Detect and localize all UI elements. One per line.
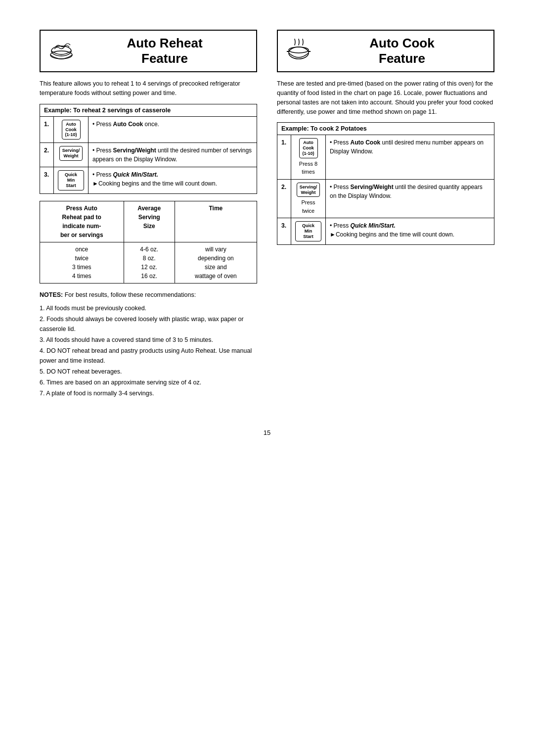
cook-step-3: 3. Quick MinStart • Press Quick Min/Star…	[277, 218, 494, 244]
note-3: 3. All foods should have a covered stand…	[40, 335, 257, 345]
data-servings: oncetwice3 times4 times	[40, 242, 124, 283]
cook-step-2: 2. Serving/Weight Press twice • Press Se…	[277, 179, 494, 218]
step2-num: 2.	[40, 143, 54, 167]
step3-num: 3.	[40, 167, 54, 193]
reheat-data-table: Press AutoReheat pad toindicate num-ber …	[40, 201, 257, 284]
step2-instruction: • Press Serving/Weight until the desired…	[89, 143, 257, 167]
data-col2-header: AverageServingSize	[124, 201, 175, 242]
cook-step2-sublabel: Press twice	[295, 198, 321, 215]
reheat-step-2: 2. Serving/Weight • Press Serving/Weight…	[40, 143, 257, 167]
auto-reheat-title: Auto Reheat Feature	[81, 36, 248, 66]
reheat-example-header: Example: To reheat 2 servings of cassero…	[40, 104, 257, 116]
step1-num: 1.	[40, 116, 54, 142]
cook-step1-num: 1.	[277, 135, 291, 179]
cook-intro: These are tested and pre-timed (based on…	[277, 79, 494, 116]
cook-step2-num: 2.	[277, 179, 291, 218]
cook-steam-icon	[286, 38, 312, 64]
cook-step3-instruction: • Press Quick Min/Start.►Cooking begins …	[326, 218, 494, 244]
auto-cook-header: Auto Cook Feature	[277, 30, 494, 72]
note-4: 4. DO NOT reheat bread and pastry produc…	[40, 346, 257, 366]
reheat-steps-table: Example: To reheat 2 servings of cassero…	[40, 104, 257, 194]
data-times: will varydepending onsize andwattage of …	[175, 242, 257, 283]
reheat-step-3: 3. Quick MinStart • Press Quick Min/Star…	[40, 167, 257, 193]
notes-intro: NOTES: For best results, follow these re…	[40, 290, 257, 300]
cook-step2-instruction: • Press Serving/Weight until the desired…	[326, 179, 494, 218]
cook-auto-cook-btn-icon: AutoCook(1-10)	[299, 138, 318, 158]
svg-point-3	[289, 47, 309, 53]
data-col1-header: Press AutoReheat pad toindicate num-ber …	[40, 201, 124, 242]
cook-step3-icon-cell: Quick MinStart	[291, 218, 326, 244]
cook-step-1: 1. AutoCook(1-10) Press 8 times • Press …	[277, 135, 494, 179]
note-6: 6. Times are based on an approximate ser…	[40, 378, 257, 387]
note-1: 1. All foods must be previously cooked.	[40, 303, 257, 313]
cook-serving-weight-btn-icon: Serving/Weight	[297, 183, 320, 197]
left-column: Auto Reheat Feature This feature allows …	[40, 30, 257, 399]
cook-step3-num: 3.	[277, 218, 291, 244]
serving-weight-btn-icon: Serving/Weight	[59, 146, 83, 161]
data-col3-header: Time	[175, 201, 257, 242]
cook-steps-table: Example: To cook 2 Potatoes 1. AutoCook(…	[277, 122, 494, 244]
step1-instruction: • Press Auto Cook once.	[89, 116, 257, 142]
quick-min-start-btn-icon: Quick MinStart	[58, 170, 84, 190]
auto-cook-title: Auto Cook Feature	[318, 36, 486, 66]
reheat-intro: This feature allows you to reheat 1 to 4…	[40, 79, 257, 98]
reheat-step-1: 1. AutoCook(1-10) • Press Auto Cook once…	[40, 116, 257, 142]
note-2: 2. Foods should always be covered loosel…	[40, 314, 257, 334]
cook-step1-instruction: • Press Auto Cook until desired menu num…	[326, 135, 494, 179]
cook-quick-min-start-btn-icon: Quick MinStart	[295, 221, 321, 241]
data-sizes: 4-6 oz.8 oz.12 oz.16 oz.	[124, 242, 175, 283]
notes-section: NOTES: For best results, follow these re…	[40, 290, 257, 399]
step3-icon-cell: Quick MinStart	[54, 167, 89, 193]
data-row-1: oncetwice3 times4 times 4-6 oz.8 oz.12 o…	[40, 242, 257, 283]
cook-step1-icon-cell: AutoCook(1-10) Press 8 times	[291, 135, 326, 179]
step1-icon-cell: AutoCook(1-10)	[54, 116, 89, 142]
note-5: 5. DO NOT reheat beverages.	[40, 367, 257, 377]
auto-reheat-header: Auto Reheat Feature	[40, 30, 257, 72]
page-number: 15	[40, 429, 494, 436]
cook-step2-icon-cell: Serving/Weight Press twice	[291, 179, 326, 218]
reheat-dish-icon	[48, 38, 74, 64]
notes-list: 1. All foods must be previously cooked. …	[40, 303, 257, 398]
step3-instruction: • Press Quick Min/Start.►Cooking begins …	[89, 167, 257, 193]
cook-step1-sublabel: Press 8 times	[295, 160, 321, 176]
auto-cook-btn-icon: AutoCook(1-10)	[62, 120, 81, 140]
step2-icon-cell: Serving/Weight	[54, 143, 89, 167]
right-column: Auto Cook Feature These are tested and p…	[277, 30, 494, 252]
note-7: 7. A plate of food is normally 3-4 servi…	[40, 388, 257, 398]
cook-example-header: Example: To cook 2 Potatoes	[277, 123, 494, 135]
